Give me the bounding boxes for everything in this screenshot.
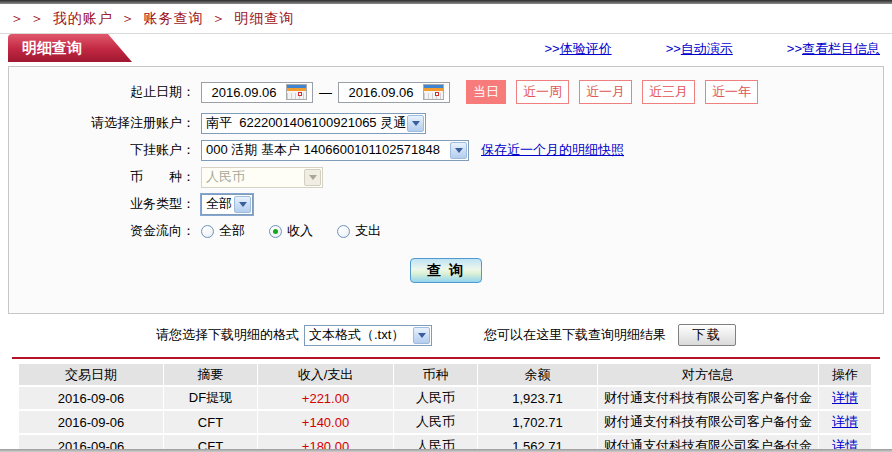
fund-flow-option-all[interactable]: 全部	[201, 222, 245, 240]
cell-summary: DF提现	[164, 387, 257, 409]
tab-bar-divider	[0, 33, 892, 34]
registered-account-select[interactable]: 南平 6222001406100921065 灵通卡	[201, 113, 426, 134]
date-range-row: 起止日期： — 当日 近一周 近一月 近三月 近一年	[9, 79, 883, 105]
table-row: 2016-09-06 CFT +140.00 人民币 1,702.71 财付通支…	[19, 411, 871, 433]
sub-account-label: 下挂账户：	[9, 141, 195, 159]
date-range-separator: —	[319, 85, 332, 100]
header-action: 操作	[819, 364, 871, 385]
range-button-last-year[interactable]: 近一年	[705, 80, 758, 104]
download-hint: 您可以在这里下载查询明细结果	[484, 326, 666, 344]
fund-flow-option-income[interactable]: 收入	[269, 222, 313, 240]
end-date-field[interactable]	[338, 82, 450, 103]
download-format-select[interactable]: 文本格式（.txt）	[304, 325, 432, 346]
chevron-down-icon[interactable]	[234, 196, 251, 213]
radio-checked-icon[interactable]	[269, 225, 282, 238]
download-row: 请您选择下载明细的格式 文本格式（.txt） 您可以在这里下载查询明细结果 下载	[0, 322, 892, 348]
business-type-row: 业务类型： 全部	[9, 191, 883, 217]
end-date-input[interactable]	[339, 85, 423, 100]
currency-select: 人民币	[201, 167, 323, 188]
breadcrumb-separator: ＞	[121, 10, 136, 26]
start-date-field[interactable]	[201, 82, 313, 103]
currency-row: 币 种： 人民币	[9, 164, 883, 190]
cell-currency: 人民币	[394, 387, 477, 409]
download-format-label: 请您选择下载明细的格式	[156, 326, 299, 344]
link-auto-demo[interactable]: >>自动演示	[666, 40, 733, 58]
sub-account-row: 下挂账户： 000 活期 基本户 1406600101102571848 保存近…	[9, 137, 883, 163]
table-row: 2016-09-06 DF提现 +221.00 人民币 1,923.71 财付通…	[19, 387, 871, 409]
link-experience-rating[interactable]: >>体验评价	[544, 40, 611, 58]
radio-icon[interactable]	[337, 225, 350, 238]
radio-icon[interactable]	[201, 225, 214, 238]
breadcrumb: ＞ ＞ 我的账户 ＞ 账务查询 ＞ 明细查询	[10, 10, 297, 28]
detail-link[interactable]: 详情	[832, 414, 858, 429]
cell-date: 2016-09-06	[19, 411, 163, 433]
chevron-down-icon[interactable]	[413, 327, 430, 344]
calendar-icon[interactable]	[286, 84, 307, 100]
cell-date: 2016-09-06	[19, 387, 163, 409]
chevron-down-icon[interactable]	[407, 115, 424, 132]
header-currency: 币种	[394, 364, 477, 385]
fund-flow-row: 资金流向： 全部 收入 支出	[9, 218, 883, 244]
cell-summary: CFT	[164, 411, 257, 433]
cell-counterparty: 财付通支付科技有限公司客户备付金	[598, 411, 818, 433]
chevron-down-icon	[304, 169, 321, 186]
business-type-select[interactable]: 全部	[201, 194, 253, 215]
range-button-today[interactable]: 当日	[466, 80, 506, 104]
fund-flow-label: 资金流向：	[9, 222, 195, 240]
breadcrumb-separator: ＞	[211, 10, 226, 26]
breadcrumb-prefix: ＞ ＞	[10, 10, 45, 26]
cell-balance: 1,923.71	[478, 387, 597, 409]
download-button[interactable]: 下载	[678, 324, 736, 346]
start-date-input[interactable]	[202, 85, 286, 100]
business-type-label: 业务类型：	[9, 195, 195, 213]
sub-account-select[interactable]: 000 活期 基本户 1406600101102571848	[201, 140, 469, 161]
header-date: 交易日期	[19, 364, 163, 385]
breadcrumb-item-account-query[interactable]: 账务查询	[144, 10, 204, 26]
header-links: >>体验评价 >>自动演示 >>查看栏目信息	[544, 40, 880, 58]
transactions-table: 交易日期 摘要 收入/支出 币种 余额 对方信息 操作 2016-09-06 D…	[18, 362, 872, 452]
range-button-last-3-months[interactable]: 近三月	[642, 80, 695, 104]
breadcrumb-item-my-account[interactable]: 我的账户	[53, 10, 113, 26]
fund-flow-option-expense[interactable]: 支出	[337, 222, 381, 240]
save-snapshot-link[interactable]: 保存近一个月的明细快照	[481, 141, 624, 159]
breadcrumb-item-detail-query[interactable]: 明细查询	[234, 10, 294, 26]
currency-label: 币 种：	[9, 168, 195, 186]
registered-account-row: 请选择注册账户： 南平 6222001406100921065 灵通卡	[9, 110, 883, 136]
table-top-divider	[12, 357, 880, 359]
cell-amount: +221.00	[258, 387, 393, 409]
table-header-row: 交易日期 摘要 收入/支出 币种 余额 对方信息 操作	[19, 364, 871, 385]
calendar-icon[interactable]	[423, 84, 444, 100]
range-button-last-week[interactable]: 近一周	[516, 80, 569, 104]
date-range-label: 起止日期：	[9, 83, 195, 101]
header-amount: 收入/支出	[258, 364, 393, 385]
window-top-strip	[0, 0, 892, 4]
cell-currency: 人民币	[394, 411, 477, 433]
cell-amount: +140.00	[258, 411, 393, 433]
query-form-panel: 起止日期： — 当日 近一周 近一月 近三月 近一年 请选择注册账户： 南平 6…	[8, 66, 884, 314]
detail-link[interactable]: 详情	[832, 390, 858, 405]
cell-balance: 1,702.71	[478, 411, 597, 433]
header-counterparty: 对方信息	[598, 364, 818, 385]
query-button[interactable]: 查 询	[410, 258, 482, 283]
tab-detail-query[interactable]: 明细查询	[8, 34, 132, 62]
header-summary: 摘要	[164, 364, 257, 385]
registered-account-label: 请选择注册账户：	[9, 114, 195, 132]
link-view-column-info[interactable]: >>查看栏目信息	[787, 40, 880, 58]
header-balance: 余额	[478, 364, 597, 385]
range-button-last-month[interactable]: 近一月	[579, 80, 632, 104]
chevron-down-icon[interactable]	[450, 142, 467, 159]
cell-counterparty: 财付通支付科技有限公司客户备付金	[598, 387, 818, 409]
